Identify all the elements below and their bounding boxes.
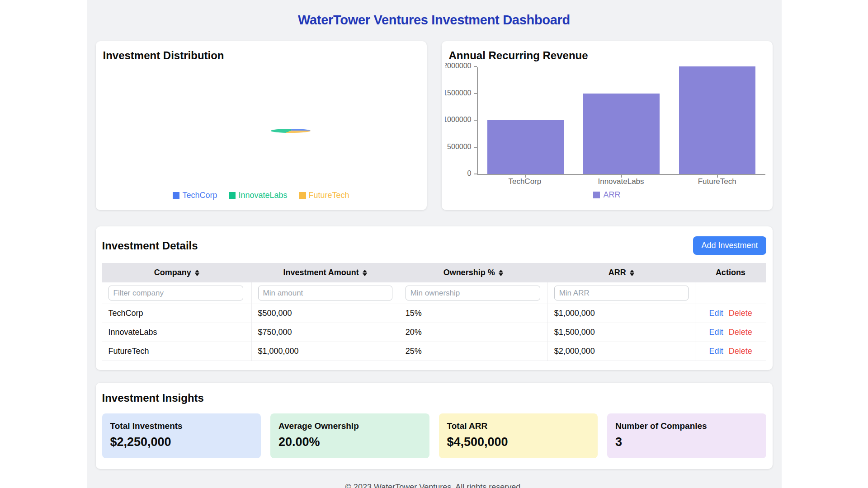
ownership-cell: 25% <box>399 342 547 361</box>
y-tick-label: 1500000 <box>445 89 472 97</box>
y-tick-line <box>474 174 477 174</box>
sort-down-arrow-icon <box>195 273 199 276</box>
arr-cell: $2,000,000 <box>547 342 695 361</box>
app-container: WaterTower Ventures Investment Dashboard… <box>87 0 782 488</box>
y-tick-label: 0 <box>445 169 472 178</box>
y-tick-line <box>474 120 477 121</box>
y-tick-line <box>474 147 477 148</box>
column-header-inner: Actions <box>716 268 745 277</box>
sort-icon <box>499 270 503 276</box>
filter-input-company[interactable] <box>108 286 243 300</box>
column-header-ownership[interactable]: Ownership % <box>399 263 547 282</box>
stat-value: $2,250,000 <box>110 435 253 449</box>
y-tick-label: 2000000 <box>445 62 472 70</box>
stat-card-number-of-companies: Number of Companies3 <box>607 413 766 458</box>
sort-up-arrow-icon <box>630 270 634 272</box>
header-row: CompanyInvestment AmountOwnership %ARRAc… <box>102 263 766 282</box>
bar-x-axis-labels: TechCorpInnovateLabsFutureTech <box>477 175 765 187</box>
actions-cell: EditDelete <box>695 342 766 361</box>
pie-chart <box>271 129 311 133</box>
table-body: TechCorp$500,00015%$1,000,000EditDeleteI… <box>102 282 766 361</box>
arr-cell: $1,000,000 <box>547 304 695 323</box>
column-header-actions: Actions <box>695 263 766 282</box>
stat-value: 3 <box>615 435 758 449</box>
delete-link[interactable]: Delete <box>729 328 752 337</box>
pie-legend-item: FutureTech <box>299 191 349 200</box>
column-header-label: Actions <box>716 268 745 277</box>
stat-label: Total ARR <box>447 421 590 431</box>
edit-link[interactable]: Edit <box>709 347 723 356</box>
column-header-inner: Investment Amount <box>283 268 367 277</box>
bar-futuretech <box>679 66 755 174</box>
bar-legend: ARR <box>449 190 765 201</box>
arr-card: Annual Recurring Revenue 050000010000001… <box>442 41 773 210</box>
arr-legend-swatch-icon <box>593 192 600 198</box>
sort-down-arrow-icon <box>363 273 367 276</box>
stat-label: Total Investments <box>110 421 253 431</box>
legend-swatch-icon <box>173 192 179 199</box>
column-header-label: ARR <box>609 268 626 277</box>
ownership-cell: 20% <box>399 323 547 342</box>
delete-link[interactable]: Delete <box>729 347 752 356</box>
bar-chart-wrap: 0500000100000015000002000000 TechCorpInn… <box>449 67 765 203</box>
arr-cell: $1,500,000 <box>547 323 695 342</box>
company-cell: FutureTech <box>102 342 252 361</box>
x-tick-label: InnovateLabs <box>598 177 644 186</box>
column-header-label: Company <box>154 268 191 277</box>
column-header-inner: Ownership % <box>443 268 503 277</box>
column-header-inner: Company <box>154 268 199 277</box>
bar-techcorp <box>487 120 564 174</box>
page-title: WaterTower Ventures Investment Dashboard <box>96 13 773 28</box>
column-header-arr[interactable]: ARR <box>547 263 695 282</box>
investment-details-card: Investment Details Add Investment Compan… <box>96 226 773 370</box>
edit-link[interactable]: Edit <box>709 328 723 337</box>
table-row: InnovateLabs$750,00020%$1,500,000EditDel… <box>102 323 766 342</box>
pie-chart-area <box>103 62 420 191</box>
y-tick-line <box>474 93 477 94</box>
filter-cell <box>102 282 252 304</box>
investment-amount-cell: $1,000,000 <box>251 342 399 361</box>
company-cell: InnovateLabs <box>102 323 252 342</box>
x-tick-label: FutureTech <box>698 177 736 186</box>
x-tick-label: TechCorp <box>508 177 541 186</box>
filter-cell <box>547 282 695 304</box>
investment-amount-cell: $750,000 <box>251 323 399 342</box>
sort-down-arrow-icon <box>630 273 634 276</box>
pie-legend: TechCorpInnovateLabsFutureTech <box>103 191 420 203</box>
delete-link[interactable]: Delete <box>729 309 752 318</box>
sort-down-arrow-icon <box>499 273 503 276</box>
table-header: CompanyInvestment AmountOwnership %ARRAc… <box>102 263 766 282</box>
edit-link[interactable]: Edit <box>709 309 723 318</box>
sort-up-arrow-icon <box>499 270 503 272</box>
sort-icon <box>630 270 634 276</box>
stat-label: Number of Companies <box>615 421 758 431</box>
stat-value: 20.00% <box>278 435 421 449</box>
sort-up-arrow-icon <box>195 270 199 272</box>
bar-chart: 0500000100000015000002000000 <box>477 67 765 175</box>
company-cell: TechCorp <box>102 304 252 323</box>
table-row: FutureTech$1,000,00025%$2,000,000EditDel… <box>102 342 766 361</box>
column-header-label: Investment Amount <box>283 268 359 277</box>
filter-input-ownership[interactable] <box>406 286 540 300</box>
sort-icon <box>195 270 199 276</box>
stat-card-total-investments: Total Investments$2,250,000 <box>102 413 261 458</box>
pie-legend-item: TechCorp <box>173 191 217 200</box>
investment-amount-cell: $500,000 <box>251 304 399 323</box>
charts-row: Investment Distribution TechCorpInnovate… <box>96 41 773 210</box>
pie-legend-item: InnovateLabs <box>229 191 287 200</box>
stat-value: $4,500,000 <box>447 435 590 449</box>
stats-row: Total Investments$2,250,000Average Owner… <box>102 413 766 458</box>
details-header-row: Investment Details Add Investment <box>102 236 766 255</box>
filter-input-arr[interactable] <box>554 286 689 300</box>
investment-insights-card: Investment Insights Total Investments$2,… <box>96 383 773 469</box>
table-row: TechCorp$500,00015%$1,000,000EditDelete <box>102 304 766 323</box>
stat-label: Average Ownership <box>278 421 421 431</box>
column-header-company[interactable]: Company <box>102 263 252 282</box>
filter-cell <box>399 282 547 304</box>
column-header-investment-amount[interactable]: Investment Amount <box>251 263 399 282</box>
sort-up-arrow-icon <box>363 270 367 272</box>
y-tick-line <box>474 66 477 67</box>
legend-swatch-icon <box>299 192 306 199</box>
add-investment-button[interactable]: Add Investment <box>693 236 766 255</box>
filter-input-investment-amount[interactable] <box>258 286 392 300</box>
